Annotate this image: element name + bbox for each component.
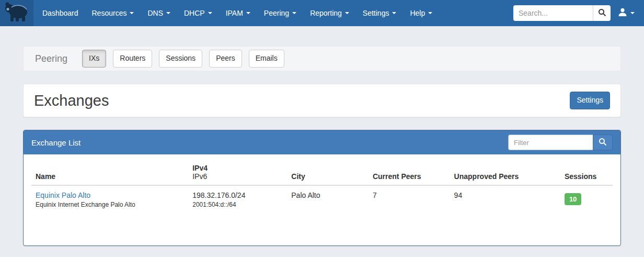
tab-emails[interactable]: Emails	[249, 50, 284, 68]
caret-down-icon	[292, 12, 296, 14]
nav-item-resources[interactable]: Resources	[85, 1, 141, 26]
filter-search-button[interactable]	[593, 135, 613, 150]
brand-logo[interactable]	[0, 0, 33, 26]
column-header-sessions: Sessions	[560, 160, 613, 185]
nav-item-dashboard[interactable]: Dashboard	[36, 1, 85, 26]
caret-down-icon	[208, 12, 212, 14]
nav-item-label: DHCP	[184, 9, 205, 17]
tab-ixs[interactable]: IXs	[82, 50, 106, 68]
tab-peers[interactable]: Peers	[209, 50, 242, 68]
cell-unapproved-peers: 94	[450, 185, 560, 213]
cell-name: Equinix Palo Alto Equinix Internet Excha…	[31, 185, 188, 213]
caret-down-icon	[246, 12, 250, 14]
peering-toolbar: Peering IXs Routers Sessions Peers Email…	[23, 46, 621, 71]
section-title: Peering	[35, 53, 67, 64]
nav-item-dhcp[interactable]: DHCP	[177, 1, 219, 26]
exchange-name-link[interactable]: Equinix Palo Alto	[36, 191, 90, 199]
filter-input[interactable]	[508, 135, 593, 150]
exchange-list-body: Name IPv4 IPv6 City Current Peers Unappr…	[24, 154, 620, 218]
nav-item-label: Reporting	[310, 9, 342, 17]
cell-ip: 198.32.176.0/24 2001:504:d::/64	[188, 185, 287, 213]
nav-item-label: Settings	[363, 9, 389, 17]
settings-button[interactable]: Settings	[570, 92, 610, 109]
tab-sessions[interactable]: Sessions	[159, 50, 202, 68]
user-icon	[618, 8, 627, 18]
panda-logo-icon	[4, 1, 29, 25]
exchange-list-title: Exchange List	[31, 138, 80, 147]
filter-group	[508, 135, 613, 150]
nav-item-peering[interactable]: Peering	[257, 1, 303, 26]
table-row: Equinix Palo Alto Equinix Internet Excha…	[31, 185, 613, 213]
navbar: Dashboard Resources DNS DHCP IPAM Peerin…	[0, 0, 644, 26]
nav-item-dns[interactable]: DNS	[141, 1, 177, 26]
column-header-ipv6: IPv6	[192, 172, 283, 181]
column-header-city: City	[287, 160, 369, 185]
column-header-current-peers: Current Peers	[369, 160, 450, 185]
nav-item-label: Resources	[92, 9, 127, 17]
cell-city: Palo Alto	[287, 185, 369, 213]
page-header-panel: Exchanges Settings	[23, 84, 621, 117]
tab-routers[interactable]: Routers	[113, 50, 152, 68]
search-button[interactable]	[593, 5, 611, 21]
nav-item-reporting[interactable]: Reporting	[303, 1, 356, 26]
caret-down-icon	[345, 12, 349, 14]
column-header-ipv4: IPv4	[192, 164, 283, 172]
caret-down-icon	[428, 12, 432, 14]
navbar-right	[513, 5, 644, 21]
page-title: Exchanges	[34, 92, 109, 109]
app-root: { "navbar": { "items": [ { "label": "Das…	[0, 0, 644, 257]
cell-current-peers: 7	[369, 185, 450, 213]
nav-item-label: Peering	[264, 9, 289, 17]
nav-item-ipam[interactable]: IPAM	[219, 1, 257, 26]
nav-item-label: IPAM	[226, 9, 243, 17]
cell-sessions: 10	[560, 185, 613, 213]
search-icon	[598, 8, 606, 18]
caret-down-icon	[166, 12, 170, 14]
sessions-badge[interactable]: 10	[565, 193, 581, 205]
caret-down-icon	[392, 12, 396, 14]
exchange-list-header: Exchange List	[24, 130, 620, 154]
nav-item-label: DNS	[147, 9, 163, 17]
main-menu: Dashboard Resources DNS DHCP IPAM Peerin…	[36, 1, 439, 26]
nav-item-settings[interactable]: Settings	[356, 1, 404, 26]
exchange-list-panel: Exchange List Name	[23, 130, 621, 246]
nav-item-label: Dashboard	[42, 9, 78, 17]
user-menu[interactable]	[611, 8, 639, 18]
search-icon	[599, 138, 607, 148]
column-header-unapproved-peers: Unapproved Peers	[450, 160, 560, 185]
ipv4-value: 198.32.176.0/24	[192, 191, 283, 199]
nav-item-help[interactable]: Help	[403, 1, 439, 26]
caret-down-icon	[630, 12, 635, 14]
column-header-name: Name	[31, 160, 188, 185]
table-header-row: Name IPv4 IPv6 City Current Peers Unappr…	[31, 160, 613, 185]
caret-down-icon	[130, 12, 134, 14]
column-header-ip: IPv4 IPv6	[188, 160, 287, 185]
global-search	[513, 5, 611, 21]
ipv6-value: 2001:504:d::/64	[192, 201, 283, 208]
exchange-full-name: Equinix Internet Exchange Palo Alto	[36, 201, 184, 208]
nav-item-label: Help	[410, 9, 425, 17]
exchange-table: Name IPv4 IPv6 City Current Peers Unappr…	[31, 160, 613, 213]
search-input[interactable]	[513, 5, 593, 21]
